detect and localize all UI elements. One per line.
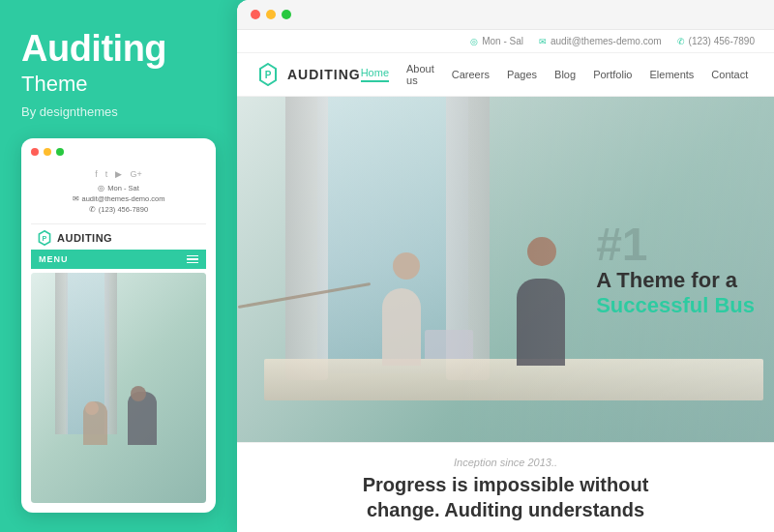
desktop-topbar-email: ✉ audit@themes-demo.com	[539, 36, 662, 46]
twitter-icon: t	[105, 169, 108, 179]
mockup-window-dots	[31, 148, 206, 156]
desktop-nav-links: Home About us Careers Pages Blog Portfol…	[361, 63, 774, 86]
svg-text:P: P	[265, 70, 272, 80]
desktop-nav-logo[interactable]: P AUDITING	[256, 63, 361, 86]
clock-icon: ◎	[98, 184, 104, 192]
hero-heading-line1: A Theme for a	[596, 267, 755, 292]
nav-link-portfolio[interactable]: Portfolio	[593, 69, 632, 80]
desktop-window-dots	[237, 0, 774, 30]
mockup-phone: ✆ (123) 456-7890	[89, 205, 148, 214]
nav-link-elements[interactable]: Elements	[649, 69, 694, 80]
nav-link-blog[interactable]: Blog	[554, 69, 576, 80]
mockup-dot-green	[56, 148, 64, 156]
nav-link-careers[interactable]: Careers	[452, 69, 490, 80]
desktop-bottom: Inception since 2013.. Progress is impos…	[237, 442, 774, 532]
right-panel: ◎ Mon - Sal ✉ audit@themes-demo.com ✆ (1…	[237, 0, 774, 532]
mockup-hero-image: #1 A Theme for a Successful Bus Enriched…	[31, 273, 206, 503]
mockup-menu-bar[interactable]: MENU	[31, 250, 206, 269]
email-icon: ✉	[73, 194, 79, 203]
theme-subtitle: Theme	[21, 72, 216, 97]
hero-hashtag: #1	[596, 221, 755, 267]
desktop-topbar: ◎ Mon - Sal ✉ audit@themes-demo.com ✆ (1…	[237, 30, 774, 53]
desktop-phone-icon: ✆	[677, 37, 685, 46]
hamburger-icon[interactable]	[187, 255, 198, 264]
nav-link-contact[interactable]: Contact	[711, 69, 748, 80]
mockup-contact-info: ◎ Mon - Sat ✉ audit@themes-demo.com ✆ (1…	[31, 184, 206, 214]
mockup-dot-yellow	[44, 148, 51, 156]
mobile-mockup: f t ▶ G+ ◎ Mon - Sat ✉ audit@themes-demo…	[21, 138, 216, 513]
mockup-schedule: ◎ Mon - Sat	[98, 184, 139, 192]
desktop-hero: #1 A Theme for a Successful Bus	[237, 97, 774, 442]
desktop-logo-icon: P	[256, 63, 280, 86]
desktop-bottom-heading: Progress is impossible withoutchange. Au…	[256, 472, 755, 522]
nav-link-home[interactable]: Home	[361, 67, 389, 82]
mockup-logo-text: AUDITING	[57, 232, 112, 244]
phone-icon: ✆	[89, 205, 96, 214]
mockup-email: ✉ audit@themes-demo.com	[73, 194, 165, 203]
theme-author: By designthemes	[21, 104, 216, 119]
mockup-logo-row: P AUDITING	[31, 224, 206, 250]
desktop-dot-red	[251, 10, 260, 19]
nav-link-pages[interactable]: Pages	[507, 69, 537, 80]
mockup-logo-icon: P	[37, 230, 52, 246]
desktop-dot-yellow	[266, 10, 276, 19]
left-panel: Auditing Theme By designthemes f t ▶ G+ …	[0, 0, 237, 532]
mockup-social-icons: f t ▶ G+	[31, 169, 206, 179]
desktop-dot-green	[282, 10, 291, 19]
mockup-menu-label: MENU	[39, 254, 69, 264]
desktop-email-icon: ✉	[539, 37, 547, 46]
desktop-topbar-phone: ✆ (123) 456-7890	[677, 36, 755, 46]
mockup-topbar: f t ▶ G+ ◎ Mon - Sat ✉ audit@themes-demo…	[31, 163, 206, 224]
hero-heading-line2: Successful Bus	[596, 293, 755, 318]
theme-title: Auditing	[21, 29, 216, 70]
desktop-hero-content: #1 A Theme for a Successful Bus	[596, 221, 755, 318]
googleplus-icon: G+	[130, 169, 141, 179]
facebook-icon: f	[95, 169, 98, 179]
desktop-clock-icon: ◎	[470, 37, 478, 46]
desktop-nav: P AUDITING Home About us Careers Pages B…	[237, 53, 774, 97]
desktop-logo-text: AUDITING	[287, 67, 361, 82]
svg-text:P: P	[43, 234, 47, 243]
desktop-inception-tag: Inception since 2013..	[256, 457, 755, 468]
nav-link-about[interactable]: About us	[406, 63, 434, 86]
mockup-dot-red	[31, 148, 39, 156]
youtube-icon: ▶	[115, 169, 122, 179]
desktop-topbar-schedule: ◎ Mon - Sal	[470, 36, 523, 46]
